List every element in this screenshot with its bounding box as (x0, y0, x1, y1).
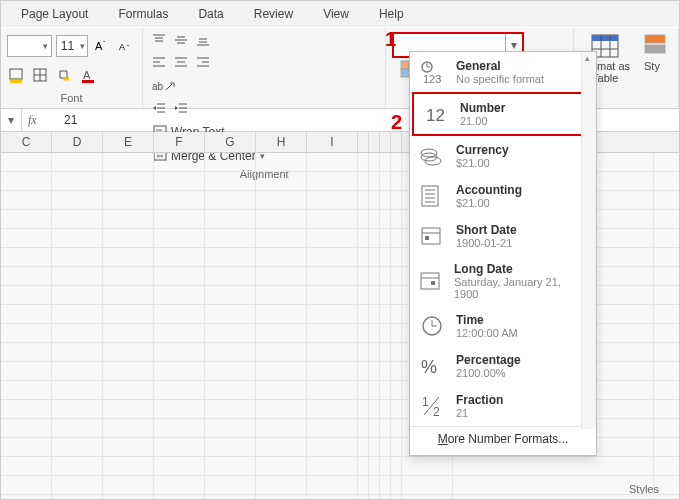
format-icon (418, 222, 446, 250)
number-format-option[interactable]: Time12:00:00 AM (410, 306, 596, 346)
format-title: Long Date (454, 262, 578, 276)
callout-2: 2 (391, 111, 402, 134)
svg-rect-64 (422, 228, 440, 244)
column-header[interactable]: F (154, 132, 205, 152)
font-size-value: 11 (57, 39, 78, 53)
format-example: $21.00 (456, 157, 509, 169)
format-title: Time (456, 313, 518, 327)
shrink-font-icon[interactable]: Aˇ (116, 36, 136, 56)
format-icon: 12 (422, 100, 450, 128)
number-format-option[interactable]: Accounting$21.00 (410, 176, 596, 216)
column-header[interactable]: D (52, 132, 103, 152)
align-center-icon[interactable] (171, 52, 191, 72)
formula-bar-value[interactable]: 21 (58, 113, 77, 127)
column-header[interactable] (380, 132, 391, 152)
number-format-option[interactable]: %Percentage2100.00% (410, 346, 596, 386)
alignment-group: ab Wrap Text Merge & Center ▾ (143, 28, 386, 108)
name-box-dropdown[interactable]: ▾ (1, 109, 22, 131)
svg-text:A: A (83, 69, 91, 81)
svg-rect-45 (592, 35, 618, 41)
font-color-icon[interactable]: A (79, 66, 99, 86)
cell-styles-button[interactable]: Sty (644, 34, 672, 72)
format-icon: 12 (418, 392, 446, 420)
format-title: Number (460, 101, 505, 115)
tab-data[interactable]: Data (198, 7, 223, 21)
format-example: 2100.00% (456, 367, 521, 379)
number-format-option[interactable]: Currency$21.00 (410, 136, 596, 176)
column-header[interactable]: E (103, 132, 154, 152)
increase-indent-icon[interactable] (171, 98, 191, 118)
format-icon: % (418, 352, 446, 380)
format-icon (418, 267, 444, 295)
number-format-option[interactable]: 123GeneralNo specific format (410, 52, 596, 92)
callout-1: 1 (385, 28, 396, 51)
font-size-dropdown[interactable]: 11 (56, 35, 88, 57)
orientation-icon[interactable]: ab (149, 76, 179, 96)
format-icon: 123 (418, 58, 446, 86)
svg-text:ab: ab (152, 81, 164, 92)
align-middle-icon[interactable] (171, 30, 191, 50)
svg-text:ˆ: ˆ (103, 40, 106, 47)
fill-color-icon[interactable] (7, 66, 27, 86)
tab-page-layout[interactable]: Page Layout (21, 7, 88, 21)
svg-rect-67 (421, 273, 439, 289)
format-title: Accounting (456, 183, 522, 197)
grow-font-icon[interactable]: Aˆ (92, 36, 112, 56)
svg-text:123: 123 (423, 73, 441, 85)
align-left-icon[interactable] (149, 52, 169, 72)
number-format-menu: 123GeneralNo specific format12Number21.0… (409, 51, 597, 456)
format-title: Percentage (456, 353, 521, 367)
format-example: 21 (456, 407, 503, 419)
align-right-icon[interactable] (193, 52, 213, 72)
column-header[interactable]: G (205, 132, 256, 152)
cell-styles-label: Sty (644, 60, 660, 72)
svg-rect-50 (645, 45, 665, 53)
font-group: 11 Aˆ Aˇ (1, 28, 143, 108)
svg-rect-4 (10, 69, 22, 79)
number-format-option[interactable]: 12Number21.00 (412, 92, 594, 136)
svg-rect-59 (422, 186, 438, 206)
svg-text:A: A (95, 40, 103, 52)
column-header[interactable] (369, 132, 380, 152)
align-top-icon[interactable] (149, 30, 169, 50)
format-title: Fraction (456, 393, 503, 407)
column-header[interactable]: C (1, 132, 52, 152)
column-header[interactable]: H (256, 132, 307, 152)
number-format-option[interactable]: Long DateSaturday, January 21, 1900 (410, 256, 596, 306)
tab-help[interactable]: Help (379, 7, 404, 21)
format-title: Short Date (456, 223, 517, 237)
more-number-formats[interactable]: More Number Formats... (410, 426, 596, 451)
scrollbar[interactable] (581, 52, 596, 429)
font-family-dropdown[interactable] (7, 35, 52, 57)
svg-text:12: 12 (426, 106, 445, 125)
more-fill-icon[interactable] (55, 66, 75, 86)
tab-review[interactable]: Review (254, 7, 293, 21)
number-format-option[interactable]: 12Fraction21 (410, 386, 596, 426)
svg-rect-69 (431, 281, 435, 285)
format-title: General (456, 59, 544, 73)
format-title: Currency (456, 143, 509, 157)
borders-icon[interactable] (31, 66, 51, 86)
column-header[interactable] (358, 132, 369, 152)
tab-formulas[interactable]: Formulas (118, 7, 168, 21)
svg-text:%: % (421, 357, 437, 377)
font-group-label: Font (7, 90, 136, 108)
column-header[interactable]: I (307, 132, 358, 152)
format-example: $21.00 (456, 197, 522, 209)
ribbon-tabs: Page Layout Formulas Data Review View He… (1, 1, 679, 28)
svg-text:2: 2 (433, 405, 440, 419)
format-icon (418, 312, 446, 340)
decrease-indent-icon[interactable] (149, 98, 169, 118)
svg-rect-10 (82, 80, 94, 83)
fx-icon[interactable]: fx (22, 113, 58, 128)
number-format-option[interactable]: Short Date1900-01-21 (410, 216, 596, 256)
column-header[interactable] (391, 132, 402, 152)
align-bottom-icon[interactable] (193, 30, 213, 50)
svg-text:1: 1 (422, 395, 429, 409)
svg-rect-49 (645, 35, 665, 43)
tab-view[interactable]: View (323, 7, 349, 21)
format-example: 21.00 (460, 115, 505, 127)
format-example: 12:00:00 AM (456, 327, 518, 339)
format-example: 1900-01-21 (456, 237, 517, 249)
svg-text:A: A (119, 42, 125, 52)
